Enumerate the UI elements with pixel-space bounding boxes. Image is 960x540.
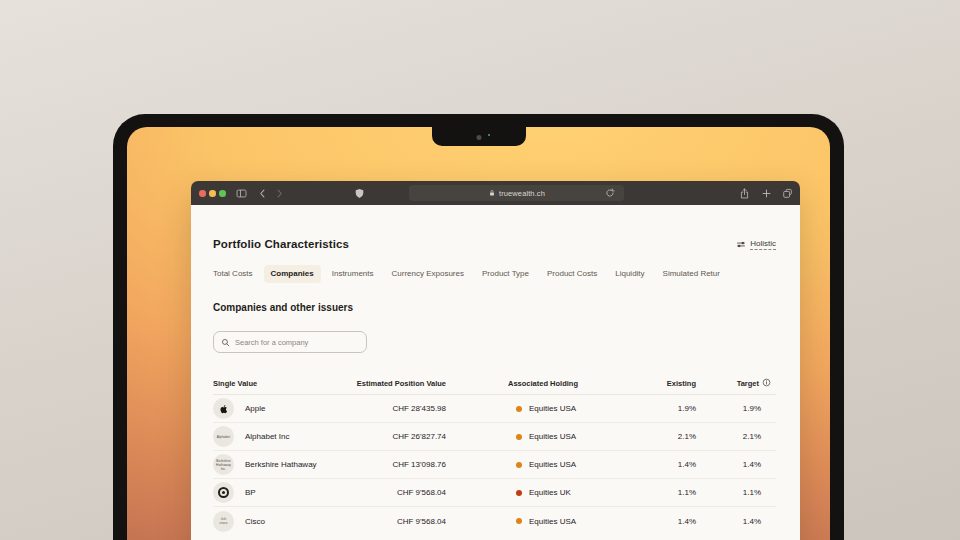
- table-row[interactable]: ılıılı cisco Cisco CHF 9'568.04 Equities…: [213, 507, 776, 535]
- target-percent: 1.1%: [696, 488, 776, 497]
- company-logo: [213, 398, 234, 419]
- company-name: Berkshire Hathaway: [245, 460, 350, 469]
- company-name: Cisco: [245, 517, 350, 526]
- company-logo: ılıılı cisco: [213, 511, 234, 532]
- associated-holding: Equities USA: [446, 517, 626, 526]
- reload-icon[interactable]: [605, 188, 615, 198]
- company-logo: Alphabet: [213, 426, 234, 447]
- forward-icon[interactable]: [274, 188, 285, 199]
- minimize-window-button[interactable]: [209, 190, 216, 197]
- camera-notch: [432, 127, 526, 146]
- tab[interactable]: Companies: [264, 265, 321, 283]
- position-value: CHF 9'568.04: [350, 488, 446, 497]
- associated-holding: Equities UK: [446, 488, 626, 497]
- browser-window: truewealth.ch: [191, 181, 800, 540]
- tab[interactable]: Total Costs: [213, 269, 253, 278]
- associated-holding: Equities USA: [446, 404, 626, 413]
- holding-dot: [516, 434, 522, 440]
- sliders-icon: [736, 240, 746, 249]
- position-value: CHF 26'827.74: [350, 432, 446, 441]
- company-logo: [213, 482, 234, 503]
- table-row[interactable]: Berkshire Hathaway Inc. Berkshire Hathaw…: [213, 451, 776, 479]
- position-value: CHF 9'568.04: [350, 517, 446, 526]
- tab[interactable]: Liquidity: [615, 269, 644, 278]
- existing-percent: 2.1%: [626, 432, 696, 441]
- zoom-window-button[interactable]: [219, 190, 226, 197]
- company-search[interactable]: [213, 331, 367, 353]
- new-tab-icon[interactable]: [761, 188, 772, 199]
- laptop-frame: truewealth.ch: [113, 114, 844, 540]
- page-title: Portfolio Characteristics: [213, 238, 349, 250]
- search-icon: [221, 338, 230, 347]
- existing-percent: 1.9%: [626, 404, 696, 413]
- position-value: CHF 13'098.76: [350, 460, 446, 469]
- company-logo: Berkshire Hathaway Inc.: [213, 454, 234, 475]
- target-percent: 2.1%: [696, 432, 776, 441]
- holding-dot: [516, 490, 522, 496]
- table-row[interactable]: Apple CHF 28'435.98 Equities USA 1.9% 1.…: [213, 395, 776, 423]
- table-body: Apple CHF 28'435.98 Equities USA 1.9% 1.…: [213, 395, 776, 535]
- column-header-target: Target: [696, 378, 776, 389]
- column-header-value: Estimated Position Value: [350, 379, 446, 388]
- laptop-screen: truewealth.ch: [127, 127, 830, 540]
- tab-overview-icon[interactable]: [782, 188, 793, 199]
- table-row[interactable]: Alphabet Alphabet Inc CHF 26'827.74 Equi…: [213, 423, 776, 451]
- search-input[interactable]: [235, 338, 359, 347]
- holding-dot: [516, 518, 522, 524]
- associated-holding: Equities USA: [446, 432, 626, 441]
- privacy-shield-icon[interactable]: [354, 188, 365, 199]
- target-percent: 1.9%: [696, 404, 776, 413]
- lock-icon: [488, 189, 496, 197]
- tab-bar: Total Costs Companies Instruments Curren…: [213, 269, 776, 278]
- url-bar[interactable]: truewealth.ch: [409, 185, 624, 201]
- close-window-button[interactable]: [199, 190, 206, 197]
- url-text: truewealth.ch: [499, 189, 545, 198]
- holistic-link[interactable]: Holistic: [736, 239, 776, 250]
- browser-toolbar: truewealth.ch: [191, 181, 800, 205]
- company-name: Apple: [245, 404, 350, 413]
- associated-holding: Equities USA: [446, 460, 626, 469]
- table-row[interactable]: BP CHF 9'568.04 Equities UK 1.1% 1.1%: [213, 479, 776, 507]
- column-header-company: Single Value: [213, 379, 350, 388]
- tab[interactable]: Product Type: [482, 269, 529, 278]
- holding-dot: [516, 462, 522, 468]
- holistic-link-label: Holistic: [750, 239, 776, 250]
- existing-percent: 1.4%: [626, 460, 696, 469]
- position-value: CHF 28'435.98: [350, 404, 446, 413]
- existing-percent: 1.1%: [626, 488, 696, 497]
- share-icon[interactable]: [739, 188, 750, 199]
- company-name: BP: [245, 488, 350, 497]
- existing-percent: 1.4%: [626, 517, 696, 526]
- company-name: Alphabet Inc: [245, 432, 350, 441]
- page-header: Portfolio Characteristics Holistic: [213, 238, 776, 250]
- tab[interactable]: Simulated Retur: [663, 269, 720, 278]
- desktop-background: truewealth.ch: [0, 0, 960, 540]
- column-header-existing: Existing: [626, 379, 696, 388]
- tab[interactable]: Currency Exposures: [392, 269, 464, 278]
- webcam: [476, 135, 481, 140]
- target-percent: 1.4%: [696, 460, 776, 469]
- tab[interactable]: Instruments: [332, 269, 374, 278]
- tab[interactable]: Product Costs: [547, 269, 597, 278]
- webcam-led: [488, 134, 490, 136]
- target-percent: 1.4%: [696, 517, 776, 526]
- table-header: Single Value Estimated Position Value As…: [213, 377, 776, 395]
- info-icon[interactable]: [762, 378, 771, 389]
- section-heading: Companies and other issuers: [213, 302, 776, 313]
- page-content: Portfolio Characteristics Holistic Total…: [191, 205, 800, 540]
- sidebar-icon[interactable]: [236, 188, 247, 199]
- holding-dot: [516, 406, 522, 412]
- column-header-holding: Associated Holding: [446, 379, 626, 388]
- back-icon[interactable]: [257, 188, 268, 199]
